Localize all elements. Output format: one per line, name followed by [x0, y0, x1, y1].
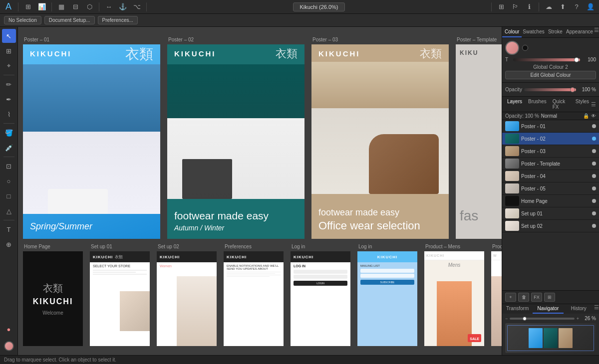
- help-icon[interactable]: ?: [571, 1, 582, 12]
- mens-model: [437, 281, 472, 346]
- preferences-btn[interactable]: Preferences...: [98, 16, 138, 24]
- login1-btn[interactable]: LOGIN: [294, 281, 347, 286]
- user-icon[interactable]: 👤: [585, 1, 596, 12]
- layers-menu-icon[interactable]: ☰: [591, 101, 596, 108]
- small-login2-card[interactable]: KIKUCHI MAILING LIST SUBSCRIBE: [357, 251, 417, 346]
- poster-tmpl-card[interactable]: KIKU fas: [456, 44, 502, 239]
- move-icon[interactable]: ↔: [103, 1, 114, 12]
- layer-fx-btn[interactable]: FX: [531, 293, 542, 302]
- zoom-out-icon[interactable]: −: [505, 316, 508, 321]
- tab-styles[interactable]: Styles: [574, 98, 591, 110]
- t-slider[interactable]: [513, 58, 580, 61]
- blend-mode-label[interactable]: Normal: [541, 113, 557, 119]
- layer-homepage[interactable]: Home Page: [502, 195, 599, 207]
- lasso-icon[interactable]: ⊟: [70, 1, 81, 12]
- layer-poster-04[interactable]: Poster - 04: [502, 170, 599, 182]
- tab-appearance[interactable]: Appearance: [565, 27, 594, 37]
- crop-tool[interactable]: ⊡: [2, 159, 16, 173]
- small-setup02-card[interactable]: KIKUCHI Women: [157, 251, 217, 346]
- eyedropper-tool[interactable]: 💉: [2, 141, 16, 155]
- small-prefs-card[interactable]: KIKUCHI ENABLE NOTIFICATIONS AND WE'LL S…: [224, 251, 284, 346]
- document-setup-btn[interactable]: Document Setup...: [44, 16, 95, 24]
- stats-icon[interactable]: 📊: [36, 1, 47, 12]
- arrange-icon[interactable]: ⊞: [496, 1, 507, 12]
- color-dot[interactable]: [522, 45, 528, 51]
- poster-03-card[interactable]: KIKUCHI 衣類 footwear made easy Office wea…: [311, 44, 449, 239]
- tab-history[interactable]: History: [564, 304, 594, 314]
- tab-quickfx[interactable]: Quick FX: [551, 98, 572, 110]
- tab-transform[interactable]: Transform: [502, 304, 533, 314]
- paint-brush-tool[interactable]: ✏: [2, 77, 16, 91]
- layer-poster-tmpl[interactable]: Poster - Template: [502, 158, 599, 170]
- tab-brushes[interactable]: Brushes: [526, 98, 549, 110]
- opacity-slider[interactable]: [524, 88, 576, 91]
- text-tool[interactable]: T: [2, 222, 16, 236]
- lock-icon[interactable]: 🔒: [583, 113, 589, 119]
- layer-group-btn[interactable]: ⊞: [544, 293, 555, 302]
- layer-setup02[interactable]: Set up 02: [502, 220, 599, 232]
- cloud-icon[interactable]: ☁: [543, 1, 554, 12]
- eye-icon[interactable]: 👁: [591, 113, 596, 119]
- transform-menu-icon[interactable]: ☰: [594, 304, 599, 314]
- canvas-inner[interactable]: Poster – 01 KIKUCHI 衣類 Sprin: [18, 27, 502, 355]
- poster-02-card[interactable]: KIKUCHI 衣類 footwear made easy Autumn / W…: [167, 44, 304, 239]
- tab-colour[interactable]: Colour: [502, 27, 522, 37]
- setup02-img: [177, 276, 217, 346]
- anchor-icon[interactable]: ⚓: [117, 1, 128, 12]
- canvas-area[interactable]: Poster – 01 KIKUCHI 衣類 Sprin: [18, 27, 502, 355]
- color-swatch[interactable]: [2, 339, 16, 353]
- polygon-icon[interactable]: ⬡: [84, 1, 95, 12]
- layer-name-02: Poster - 02: [521, 136, 590, 142]
- layer-poster-02[interactable]: Poster - 02: [502, 133, 599, 145]
- poster-01-card[interactable]: KIKUCHI 衣類 Spring/Summer: [23, 44, 160, 239]
- tmpl-text: fas: [460, 208, 478, 224]
- layer-setup01[interactable]: Set up 01: [502, 207, 599, 220]
- small-login1-section: Log in KIKUCHI LOG IN LOGIN: [291, 244, 350, 346]
- no-selection-btn[interactable]: No Selection: [4, 16, 41, 24]
- zoom-in-icon[interactable]: +: [577, 316, 579, 321]
- small-login2-label: Log in: [357, 244, 417, 249]
- image-tool[interactable]: ⊕: [2, 237, 16, 251]
- small-home-card[interactable]: 衣類 KIKUCHI Welcome: [23, 251, 83, 346]
- prefs-text: ENABLE NOTIFICATIONS AND WE'LL SEND YOU …: [227, 264, 281, 270]
- layers-icon[interactable]: ●: [2, 322, 16, 336]
- triangle-tool[interactable]: △: [2, 204, 16, 218]
- tab-layers[interactable]: Layers: [505, 98, 524, 110]
- shape-tool[interactable]: ○: [2, 174, 16, 188]
- nav-thumbnail[interactable]: [505, 323, 596, 353]
- layer-poster-03[interactable]: Poster - 03: [502, 145, 599, 158]
- pen-tool[interactable]: ✒: [2, 92, 16, 106]
- panel-menu-icon[interactable]: ☰: [594, 27, 599, 37]
- rect-tool[interactable]: □: [2, 189, 16, 203]
- share-icon[interactable]: ⬆: [557, 1, 568, 12]
- nav-zoom-slider[interactable]: [510, 318, 574, 320]
- pencil-tool[interactable]: ⌇: [2, 107, 16, 121]
- grid-icon[interactable]: ⊞: [22, 1, 33, 12]
- node-tool[interactable]: ⊞: [2, 44, 16, 58]
- marquee-icon[interactable]: ▦: [56, 1, 67, 12]
- edit-global-btn[interactable]: Edit Global Colour: [505, 71, 596, 79]
- document-title[interactable]: Kikuchi (26.0%): [293, 2, 344, 11]
- small-login1-card[interactable]: KIKUCHI LOG IN LOGIN: [291, 251, 350, 346]
- small-mens-card[interactable]: KIKUCHI Mens SALE: [424, 251, 484, 346]
- login2-btn[interactable]: SUBSCRIBE: [360, 280, 414, 285]
- tab-navigator[interactable]: Navigator: [533, 304, 563, 314]
- small-setup01-card[interactable]: KIKUCHI 衣類 SELECT YOUR STORE: [90, 251, 150, 346]
- layer-add-btn[interactable]: +: [505, 293, 516, 302]
- layer-delete-btn[interactable]: 🗑: [518, 293, 529, 302]
- color-pickers: [505, 41, 596, 55]
- transform-tool[interactable]: ⌖: [2, 59, 16, 73]
- info-icon[interactable]: ℹ: [524, 1, 535, 12]
- app-icon[interactable]: A: [3, 1, 14, 12]
- layer-poster-01[interactable]: Poster - 01: [502, 120, 599, 133]
- layer-poster-05[interactable]: Poster - 05: [502, 182, 599, 195]
- fill-tool[interactable]: 🪣: [2, 126, 16, 140]
- flag-icon[interactable]: 🏳: [510, 1, 521, 12]
- tab-swatches[interactable]: Swatches: [522, 27, 545, 37]
- select-tool[interactable]: ↖: [2, 29, 16, 43]
- small-setup01-label: Set up 01: [90, 244, 150, 249]
- color-circle[interactable]: [505, 41, 519, 55]
- small-womens-card[interactable]: W S: [491, 251, 502, 346]
- tab-stroke[interactable]: Stroke: [546, 27, 565, 37]
- warp-icon[interactable]: ⌥: [131, 1, 142, 12]
